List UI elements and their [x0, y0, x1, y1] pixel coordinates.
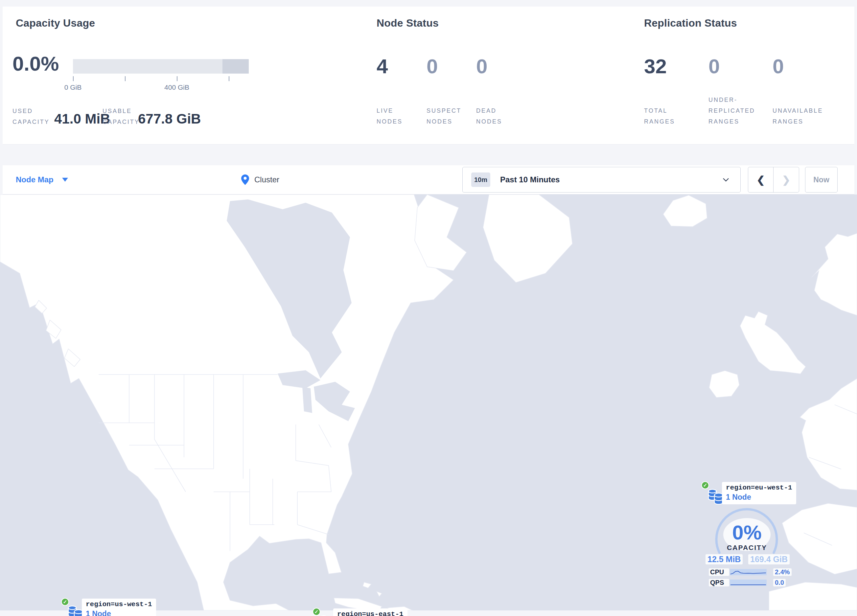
axis-tick [177, 76, 178, 81]
cluster-stats-panel: Capacity Usage 0.0% 0 GiB 400 GiB USED C… [3, 6, 854, 145]
dead-nodes-value: 0 [476, 54, 487, 78]
qps-sparkline [730, 579, 767, 586]
map-pin-icon [241, 174, 249, 185]
node-status-title: Node Status [377, 17, 439, 29]
node-map[interactable]: ✓ region=us-west-1 1 Node 0% CAPACITY 12… [0, 195, 857, 610]
axis-tick-label: 0 GiB [57, 83, 90, 91]
dead-nodes-label: DEAD NODES [476, 105, 509, 127]
axis-tick [125, 76, 125, 81]
region-node-count[interactable]: 1 Node [86, 610, 152, 616]
replication-status-title: Replication Status [644, 17, 737, 29]
unavailable-value: 0 [773, 54, 784, 78]
region-marker-us-east-1[interactable]: ✓ region=us-east-1 2 Nodes 0% CAPACITY 1… [312, 608, 406, 616]
region-total-capacity: 169.4 GiB [748, 554, 790, 564]
suspect-nodes-label: SUSPECT NODES [427, 105, 464, 127]
region-label-chip: region=eu-west-1 1 Node [722, 482, 796, 504]
database-stack-icon [707, 487, 723, 506]
region-capacity-percent: 0% [701, 521, 793, 544]
axis-tick [229, 76, 229, 81]
time-range-select[interactable]: 10m Past 10 Minutes [463, 167, 741, 193]
used-capacity-label: USED CAPACITY [12, 106, 55, 128]
database-stack-icon [319, 614, 334, 616]
axis-tick-label: 400 GiB [160, 83, 193, 91]
qps-value: 0.0 [773, 579, 786, 587]
breadcrumb[interactable]: Cluster [241, 165, 279, 194]
live-nodes-label: LIVE NODES [377, 105, 410, 127]
region-label-chip: region=us-east-1 2 Nodes [333, 608, 407, 616]
next-time-button[interactable]: ❯ [773, 167, 799, 192]
capacity-bar [73, 59, 249, 74]
total-ranges-value: 32 [644, 54, 667, 78]
suspect-nodes-value: 0 [427, 54, 438, 78]
region-used-capacity: 12.5 MiB [705, 554, 743, 564]
view-selector-label: Node Map [16, 175, 54, 184]
used-capacity-value: 41.0 MiB [54, 111, 110, 127]
database-stack-icon [67, 604, 83, 616]
prev-time-button[interactable]: ❮ [748, 167, 773, 192]
chevron-down-icon [62, 178, 68, 182]
now-button[interactable]: Now [805, 167, 838, 193]
time-range-value: Past 10 Minutes [500, 175, 560, 184]
region-label-chip: region=us-west-1 1 Node [82, 599, 156, 616]
cpu-label: CPU [709, 568, 729, 576]
region-name: region=eu-west-1 [726, 484, 792, 491]
live-nodes-value: 4 [377, 54, 388, 78]
under-replicated-value: 0 [708, 54, 719, 78]
qps-label: QPS [709, 579, 729, 587]
unavailable-label: UNAVAILABLE RANGES [773, 105, 828, 127]
region-node-count[interactable]: 1 Node [726, 493, 792, 502]
region-capacity-label: CAPACITY [701, 544, 793, 552]
chevron-down-icon [722, 178, 729, 182]
time-range-badge: 10m [471, 173, 490, 187]
region-marker-eu-west-1[interactable]: ✓ region=eu-west-1 1 Node 0% CAPACITY 12… [701, 481, 795, 590]
axis-tick [73, 76, 74, 81]
region-marker-us-west-1[interactable]: ✓ region=us-west-1 1 Node 0% CAPACITY 12… [61, 598, 155, 616]
breadcrumb-label: Cluster [254, 175, 279, 184]
region-name: region=us-east-1 [337, 610, 404, 616]
cpu-value: 2.4% [773, 568, 792, 576]
capacity-percent: 0.0% [12, 52, 59, 75]
total-ranges-label: TOTAL RANGES [644, 105, 680, 127]
usable-capacity-value: 677.8 GiB [138, 111, 201, 127]
under-replicated-label: UNDER-REPLICATED RANGES [708, 95, 758, 127]
region-name: region=us-west-1 [86, 601, 152, 608]
capacity-usage-title: Capacity Usage [16, 17, 95, 29]
map-toolbar: Node Map Cluster 10m Past 10 Minutes ❮ ❯… [3, 165, 854, 195]
time-step-buttons: ❮ ❯ [748, 167, 799, 193]
view-selector-dropdown[interactable]: Node Map [16, 165, 68, 194]
cpu-sparkline [730, 569, 767, 575]
capacity-bar-segment [223, 59, 249, 74]
